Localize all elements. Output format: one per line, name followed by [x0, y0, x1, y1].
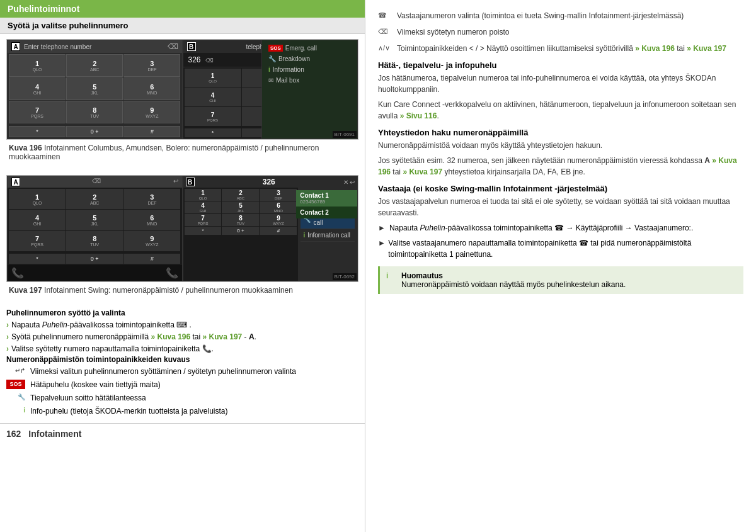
swb-zero[interactable]: 0 +: [222, 227, 259, 235]
input-field[interactable]: Enter telephone number: [20, 43, 168, 50]
right-row-arrows: ∧/∨ Toimintopainikkeiden < / > Näyttö os…: [378, 43, 743, 54]
yhteystieto-heading: Yhteystiedon haku numeronäppäimillä: [378, 128, 743, 137]
hata-para1: Jos hätänumeroa, tiepalvelun numeroa tai…: [378, 72, 743, 95]
info-menu-icon: i: [303, 232, 305, 239]
b-key-4[interactable]: 4GHI: [185, 88, 241, 107]
end-call-icon[interactable]: 📞: [166, 267, 178, 279]
note-icon: i: [386, 271, 396, 280]
sw-key-2[interactable]: 2ABC: [66, 189, 123, 209]
swb-key-5[interactable]: 5JKL: [222, 201, 259, 213]
swb-key-1[interactable]: 1QLO: [185, 189, 222, 201]
sw-hash[interactable]: #: [123, 254, 180, 264]
bit-code-1: BIT-0691: [333, 131, 357, 138]
figure2-box: A ⌫ ↩ 1QLO 2ABC 3DEF 4GHI 5JKL 6MNO 7PQR…: [6, 175, 358, 282]
section-hata: Hätä-, tiepalvelu- ja infopuhelu Jos hät…: [378, 60, 743, 122]
icon-item-sos: SOS Hätäpuhelu (koskee vain tiettyjä mai…: [6, 380, 358, 390]
right-panel: ☎ Vastaajanumeron valinta (toimintoa ei …: [365, 0, 756, 532]
swing-label-a: A: [11, 178, 20, 186]
breakdown-menu-item[interactable]: 🔧 Breakdown: [265, 54, 355, 64]
breakdown-label: Breakdown: [278, 55, 310, 62]
sw-key-5[interactable]: 5JKL: [66, 210, 123, 230]
swing-label-b: B: [186, 178, 195, 186]
information-call-item[interactable]: i Information call: [301, 229, 355, 242]
icon-item-info: i Info-puhelu (tietoja ŠKODA-merkin tuot…: [6, 406, 358, 417]
swb-key-9[interactable]: 9WXYZ: [260, 214, 297, 226]
return-icon-b[interactable]: ↩: [350, 179, 355, 186]
vastaaja-heading: Vastaaja (ei koske Swing-mallin Infotain…: [378, 184, 743, 193]
swing-return-icon[interactable]: ↩: [173, 178, 178, 186]
swing-bottom-a: * 0 + #: [8, 252, 182, 265]
b-key-1[interactable]: 1QLO: [185, 69, 241, 88]
note-heading: Huomautus: [401, 271, 443, 280]
swb-hash[interactable]: #: [260, 227, 297, 235]
sos-button[interactable]: SOS Emerg. call: [265, 43, 355, 54]
note-body: Numeronäppäimistö voidaan näyttää myös p…: [401, 280, 626, 289]
figure1-container: A Enter telephone number ⌫ 1QLO 2ABC 3DE…: [0, 34, 365, 170]
sw-key-7[interactable]: 7PQRS: [9, 231, 66, 251]
icon-item-call: ↵↱ Viimeksi valitun puhelinnumeron syött…: [6, 366, 358, 377]
swing-keypad-a: 1QLO 2ABC 3DEF 4GHI 5JKL 6MNO 7PQRS 8TUV…: [8, 188, 182, 252]
swb-key-3[interactable]: 3DEF: [260, 189, 297, 201]
key-3[interactable]: 3DEF: [123, 54, 180, 77]
contact-list: Contact 1 023456789 Contact 2: [296, 190, 357, 218]
section-yhteystieto: Yhteystiedon haku numeronäppäimillä Nume…: [378, 128, 743, 178]
voicemail-text: Vastaajanumeron valinta (toimintoa ei tu…: [397, 10, 743, 21]
backspace-icon[interactable]: ⌫: [168, 42, 178, 51]
sw-key-6[interactable]: 6MNO: [123, 210, 180, 230]
delete-icon: ⌫: [378, 26, 391, 37]
key-5[interactable]: 5JKL: [66, 77, 123, 100]
swing-delete-icon[interactable]: ⌫: [92, 178, 101, 186]
figure1-box: A Enter telephone number ⌫ 1QLO 2ABC 3DE…: [6, 39, 358, 140]
mailbox-menu-item[interactable]: ✉ Mail box: [265, 75, 355, 86]
screen-a: A Enter telephone number ⌫ 1QLO 2ABC 3DE…: [7, 40, 183, 139]
key-star[interactable]: *: [9, 126, 66, 137]
figure2-container: A ⌫ ↩ 1QLO 2ABC 3DEF 4GHI 5JKL 6MNO 7PQR…: [0, 170, 365, 303]
swb-key-7[interactable]: 7PQRS: [185, 214, 222, 226]
key-1[interactable]: 1QLO: [9, 54, 66, 77]
b-star[interactable]: *: [185, 128, 241, 137]
key-0[interactable]: 0 +: [66, 126, 123, 137]
swb-key-8[interactable]: 8TUV: [222, 214, 259, 226]
information-menu-item[interactable]: i Information: [265, 64, 355, 75]
swing-screen-b: B 326 ✕ ↩ 1QLO 2ABC 3DEF 4GHI: [183, 176, 358, 281]
swb-key-2[interactable]: 2ABC: [222, 189, 259, 201]
swb-key-6[interactable]: 6MNO: [260, 201, 297, 213]
keypad-topbar: A Enter telephone number ⌫: [8, 40, 182, 53]
swb-star[interactable]: *: [185, 227, 222, 235]
call-icon[interactable]: 📞: [11, 267, 24, 279]
text-section: Puhelinnumeron syöttö ja valinta › Napau…: [0, 303, 365, 423]
bullet-1: ► Napauta Puhelin-päävalikossa toimintop…: [378, 222, 743, 234]
sw-key-4[interactable]: 4GHI: [9, 210, 66, 230]
right-row-voicemail: ☎ Vastaajanumeron valinta (toimintoa ei …: [378, 10, 743, 21]
b-key-7[interactable]: 7PQRS: [185, 107, 241, 126]
note-box: i Huomautus Numeronäppäimistö voidaan nä…: [378, 266, 743, 294]
sub-header: Syötä ja valitse puhelinnumero: [0, 18, 365, 34]
key-9[interactable]: 9WXYZ: [123, 101, 180, 123]
bullet-2: ► Valitse vastaajanumero napauttamalla t…: [378, 237, 743, 260]
figure1-caption-text: Infotainment Columbus, Amundsen, Bolero:…: [9, 144, 319, 161]
arrow-item-1: › Napauta Puhelin-päävalikossa toimintop…: [6, 320, 358, 331]
key-8[interactable]: 8TUV: [66, 101, 123, 123]
key-hash[interactable]: #: [123, 126, 180, 137]
information-call-label: Information call: [307, 232, 350, 239]
figure2-caption: Kuva 197 Infotainment Swing: numeronäppä…: [6, 282, 358, 298]
sw-key-3[interactable]: 3DEF: [123, 189, 180, 209]
sw-key-9[interactable]: 9WXYZ: [123, 231, 180, 251]
sw-star[interactable]: *: [9, 254, 66, 264]
contact-2[interactable]: Contact 2: [296, 207, 357, 218]
figure1-caption: Kuva 196 Infotainment Columbus, Amundsen…: [6, 140, 358, 165]
sw-zero[interactable]: 0 +: [66, 254, 123, 264]
sub-title: Syötä ja valitse puhelinnumero: [8, 21, 128, 30]
arrows-icon: ∧/∨: [378, 43, 391, 54]
key-2[interactable]: 2ABC: [66, 54, 123, 77]
section-vastaaja: Vastaaja (ei koske Swing-mallin Infotain…: [378, 184, 743, 260]
sw-key-8[interactable]: 8TUV: [66, 231, 123, 251]
key-6[interactable]: 6MNO: [123, 77, 180, 100]
contact-1[interactable]: Contact 1 023456789: [296, 190, 357, 207]
delete-icon-b[interactable]: ✕: [343, 179, 348, 186]
sw-key-1[interactable]: 1QLO: [9, 189, 66, 209]
sos-menu: SOS Emerg. call 🔧 Breakdown i Informatio…: [261, 40, 357, 139]
key-7[interactable]: 7PQRS: [9, 101, 66, 123]
key-4[interactable]: 4GHI: [9, 77, 66, 100]
swb-key-4[interactable]: 4GHI: [185, 201, 222, 213]
